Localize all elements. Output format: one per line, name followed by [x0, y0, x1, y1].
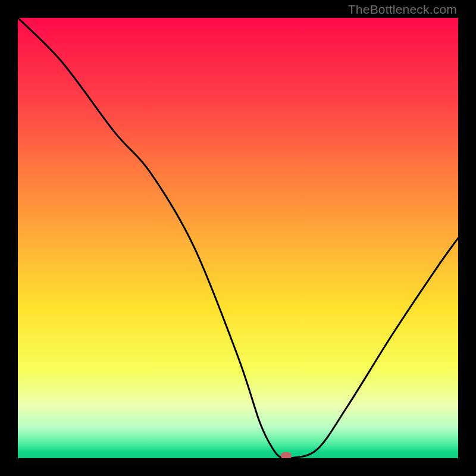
watermark-text: TheBottleneck.com [348, 2, 457, 17]
optimum-marker [281, 452, 292, 458]
plot-area [18, 18, 458, 458]
svg-rect-0 [18, 18, 458, 458]
chart-frame: TheBottleneck.com [0, 0, 476, 476]
background-gradient [18, 18, 458, 458]
